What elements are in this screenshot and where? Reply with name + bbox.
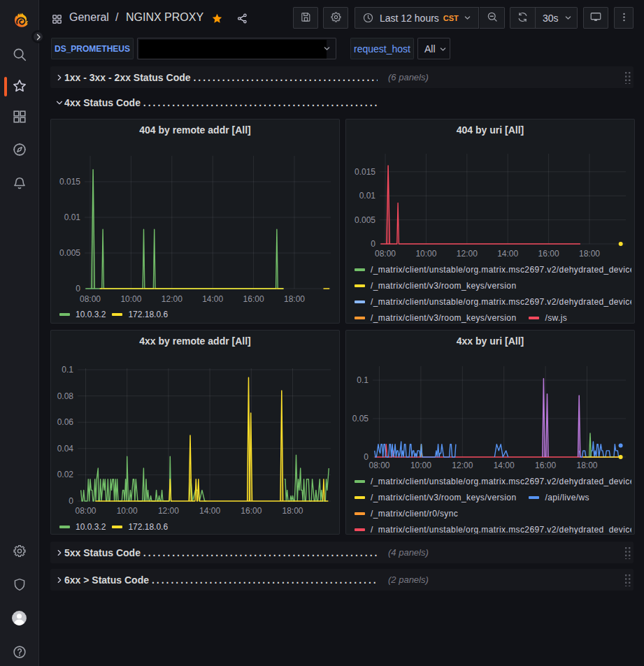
svg-text:08:00: 08:00 (80, 294, 101, 304)
svg-text:10:00: 10:00 (415, 249, 436, 259)
svg-text:16:00: 16:00 (535, 461, 556, 470)
svg-text:08:00: 08:00 (368, 461, 389, 470)
svg-text:08:00: 08:00 (375, 249, 396, 259)
svg-text:08:00: 08:00 (75, 506, 96, 516)
svg-text:18:00: 18:00 (576, 461, 597, 470)
svg-text:16:00: 16:00 (243, 294, 264, 304)
svg-text:0.04: 0.04 (57, 444, 74, 454)
svg-text:0: 0 (364, 452, 368, 462)
svg-text:12:00: 12:00 (457, 249, 478, 259)
svg-text:0.01: 0.01 (359, 191, 376, 201)
svg-text:10:00: 10:00 (120, 294, 141, 304)
svg-text:0.005: 0.005 (355, 215, 375, 225)
svg-text:18:00: 18:00 (284, 294, 305, 304)
svg-text:14:00: 14:00 (494, 461, 515, 470)
svg-text:10:00: 10:00 (117, 506, 138, 516)
svg-text:14:00: 14:00 (199, 506, 220, 516)
svg-text:16:00: 16:00 (241, 506, 262, 516)
svg-text:0.015: 0.015 (355, 167, 375, 177)
svg-text:12:00: 12:00 (162, 294, 183, 304)
svg-text:0.005: 0.005 (59, 248, 80, 258)
svg-text:18:00: 18:00 (282, 506, 303, 516)
svg-text:0.08: 0.08 (57, 391, 74, 401)
svg-text:18:00: 18:00 (579, 249, 600, 259)
svg-text:0.01: 0.01 (64, 212, 81, 222)
svg-text:14:00: 14:00 (497, 249, 518, 259)
svg-text:0.1: 0.1 (62, 365, 73, 375)
svg-text:12:00: 12:00 (158, 506, 179, 516)
svg-text:0: 0 (371, 239, 375, 249)
svg-text:0.05: 0.05 (352, 414, 369, 424)
svg-text:0.1: 0.1 (357, 375, 368, 385)
svg-text:16:00: 16:00 (538, 249, 559, 259)
svg-text:0.02: 0.02 (57, 470, 74, 479)
svg-text:0: 0 (76, 284, 80, 294)
svg-text:14:00: 14:00 (202, 294, 223, 304)
svg-text:0.015: 0.015 (59, 177, 80, 187)
svg-text:10:00: 10:00 (410, 461, 431, 470)
svg-text:0: 0 (69, 496, 73, 506)
svg-text:0.06: 0.06 (57, 417, 74, 427)
svg-text:12:00: 12:00 (452, 461, 473, 470)
